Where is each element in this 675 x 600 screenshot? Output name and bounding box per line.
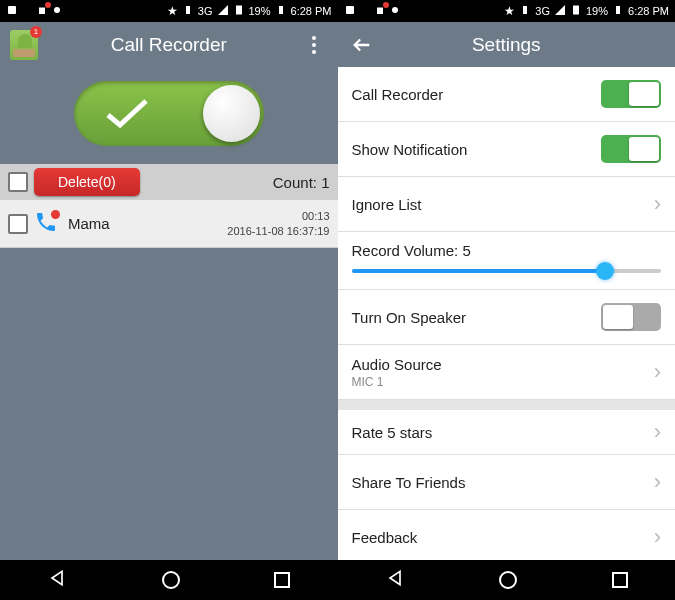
svg-point-1 xyxy=(54,7,60,13)
chevron-right-icon: › xyxy=(654,419,661,445)
star-icon: ★ xyxy=(504,4,515,18)
battery-label: 19% xyxy=(586,5,608,17)
status-bar: ★ 3G 19% 6:28 PM xyxy=(0,0,338,22)
app-header: 1 Call Recorder xyxy=(0,22,338,67)
bag-icon xyxy=(374,4,386,18)
select-all-checkbox[interactable] xyxy=(8,172,28,192)
sim-icon xyxy=(233,4,245,18)
bag-icon xyxy=(36,4,48,18)
count-label: Count: 1 xyxy=(146,174,330,191)
toggle-knob xyxy=(203,85,260,142)
app-badge: 1 xyxy=(30,26,42,38)
setting-record-volume: Record Volume: 5 xyxy=(338,232,676,290)
recording-name: Mama xyxy=(68,215,110,232)
svg-rect-7 xyxy=(523,6,527,14)
back-button[interactable] xyxy=(385,568,405,592)
recording-timestamp: 2016-11-08 16:37:19 xyxy=(227,224,329,238)
setting-share[interactable]: Share To Friends › xyxy=(338,455,676,510)
signal-icon xyxy=(554,4,566,18)
row-checkbox[interactable] xyxy=(8,214,28,234)
vibrate-icon xyxy=(519,4,531,18)
clock-label: 6:28 PM xyxy=(291,5,332,17)
back-icon[interactable] xyxy=(348,31,376,59)
vibrate-icon xyxy=(182,4,194,18)
main-screen: ★ 3G 19% 6:28 PM 1 Call Recorder xyxy=(0,0,338,600)
svg-rect-5 xyxy=(346,6,354,14)
setting-call-recorder[interactable]: Call Recorder xyxy=(338,67,676,122)
settings-header: Settings xyxy=(338,22,676,67)
nav-bar xyxy=(338,560,676,600)
battery-icon xyxy=(612,4,624,18)
svg-rect-2 xyxy=(186,6,190,14)
usb-icon xyxy=(21,4,33,18)
action-row: Delete(0) Count: 1 xyxy=(0,164,338,200)
network-label: 3G xyxy=(198,5,213,17)
chevron-right-icon: › xyxy=(654,469,661,495)
page-title: Settings xyxy=(388,34,626,56)
incoming-call-icon xyxy=(34,210,62,238)
recording-row[interactable]: Mama 00:13 2016-11-08 16:37:19 xyxy=(0,200,338,248)
turn-on-speaker-switch[interactable] xyxy=(601,303,661,331)
check-icon xyxy=(104,97,150,135)
show-notification-switch[interactable] xyxy=(601,135,661,163)
android-icon xyxy=(51,4,63,18)
back-button[interactable] xyxy=(47,568,67,592)
call-recorder-switch[interactable] xyxy=(601,80,661,108)
setting-ignore-list[interactable]: Ignore List › xyxy=(338,177,676,232)
setting-show-notification[interactable]: Show Notification xyxy=(338,122,676,177)
page-title: Call Recorder xyxy=(50,34,288,56)
status-bar: ★ 3G 19% 6:28 PM xyxy=(338,0,676,22)
recents-button[interactable] xyxy=(274,572,290,588)
home-button[interactable] xyxy=(499,571,517,589)
svg-point-6 xyxy=(392,7,398,13)
star-icon: ★ xyxy=(167,4,178,18)
android-icon xyxy=(389,4,401,18)
setting-feedback[interactable]: Feedback › xyxy=(338,510,676,560)
sim-icon xyxy=(570,4,582,18)
home-button[interactable] xyxy=(162,571,180,589)
setting-audio-source[interactable]: Audio Source MIC 1 › xyxy=(338,345,676,400)
nav-bar xyxy=(0,560,338,600)
signal-icon xyxy=(217,4,229,18)
svg-rect-3 xyxy=(236,6,242,15)
delete-button[interactable]: Delete(0) xyxy=(34,168,140,196)
svg-rect-9 xyxy=(616,6,620,14)
svg-rect-4 xyxy=(279,6,283,14)
recents-button[interactable] xyxy=(612,572,628,588)
svg-rect-0 xyxy=(8,6,16,14)
master-toggle-area xyxy=(0,67,338,164)
recording-duration: 00:13 xyxy=(227,209,329,223)
chevron-right-icon: › xyxy=(654,191,661,217)
media-icon xyxy=(344,4,356,18)
overflow-menu-button[interactable] xyxy=(300,31,328,59)
recording-meta: 00:13 2016-11-08 16:37:19 xyxy=(227,209,329,238)
svg-rect-8 xyxy=(573,6,579,15)
setting-rate[interactable]: Rate 5 stars › xyxy=(338,400,676,455)
record-volume-slider[interactable] xyxy=(352,269,662,273)
chevron-right-icon: › xyxy=(654,524,661,550)
setting-turn-on-speaker[interactable]: Turn On Speaker xyxy=(338,290,676,345)
battery-label: 19% xyxy=(249,5,271,17)
chevron-right-icon: › xyxy=(654,359,661,385)
settings-screen: ★ 3G 19% 6:28 PM Settings Call Recorder … xyxy=(338,0,676,600)
master-record-toggle[interactable] xyxy=(74,81,264,146)
network-label: 3G xyxy=(535,5,550,17)
audio-source-value: MIC 1 xyxy=(352,375,654,389)
battery-icon xyxy=(275,4,287,18)
usb-icon xyxy=(359,4,371,18)
app-icon[interactable]: 1 xyxy=(10,31,38,59)
clock-label: 6:28 PM xyxy=(628,5,669,17)
media-icon xyxy=(6,4,18,18)
